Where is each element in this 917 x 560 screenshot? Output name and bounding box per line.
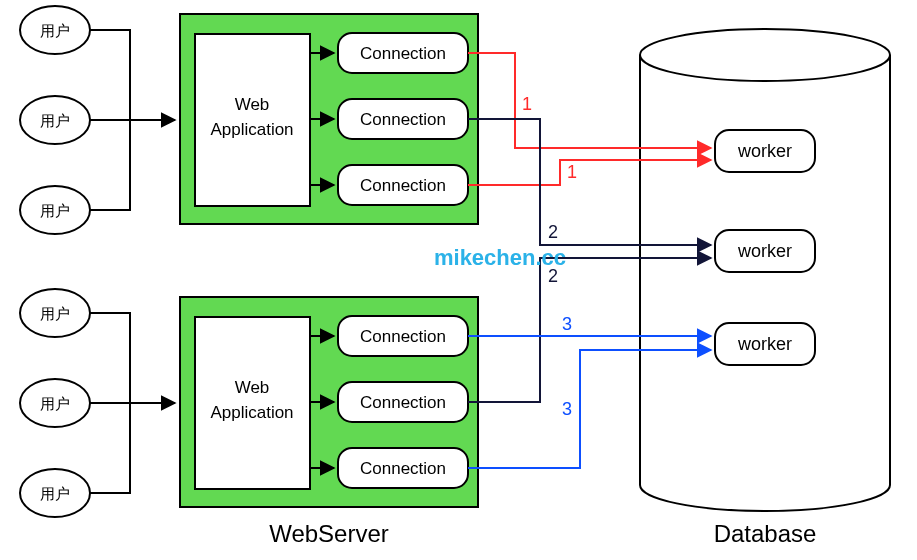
worker-label: worker — [737, 241, 792, 261]
user-to-webserver-links — [90, 30, 175, 210]
connection-node: Connection — [338, 316, 468, 356]
link-label: 3 — [562, 314, 572, 334]
connection-label: Connection — [360, 176, 446, 195]
user-node: 用户 — [20, 379, 90, 427]
database-cylinder: worker worker worker — [640, 29, 890, 511]
worker-node: worker — [715, 323, 815, 365]
connection-label: Connection — [360, 327, 446, 346]
connection-node: Connection — [338, 165, 468, 205]
connection-label: Connection — [360, 44, 446, 63]
connection-label: Connection — [360, 110, 446, 129]
connection-node: Connection — [338, 448, 468, 488]
connection-node: Connection — [338, 382, 468, 422]
link-label: 1 — [522, 94, 532, 114]
connection-label: Connection — [360, 393, 446, 412]
user-node: 用户 — [20, 6, 90, 54]
user-label: 用户 — [40, 395, 70, 412]
worker-label: worker — [737, 141, 792, 161]
connection-node: Connection — [338, 99, 468, 139]
worker-node: worker — [715, 230, 815, 272]
user-node: 用户 — [20, 289, 90, 337]
database-caption: Database — [714, 520, 817, 547]
user-label: 用户 — [40, 485, 70, 502]
user-node: 用户 — [20, 186, 90, 234]
webserver-box: Web Application Connection Connection Co… — [180, 14, 478, 224]
user-label: 用户 — [40, 22, 70, 39]
worker-node: worker — [715, 130, 815, 172]
user-label: 用户 — [40, 112, 70, 129]
webserver-caption: WebServer — [269, 520, 389, 547]
user-node: 用户 — [20, 96, 90, 144]
link-label: 1 — [567, 162, 577, 182]
web-app-label: Application — [210, 403, 293, 422]
svg-point-14 — [640, 29, 890, 81]
user-to-webserver-links — [90, 313, 175, 493]
user-node: 用户 — [20, 469, 90, 517]
worker-label: worker — [737, 334, 792, 354]
connection-label: Connection — [360, 459, 446, 478]
link-label: 2 — [548, 222, 558, 242]
web-app-label: Web — [235, 95, 270, 114]
web-app-label: Application — [210, 120, 293, 139]
connection-node: Connection — [338, 33, 468, 73]
link-label: 3 — [562, 399, 572, 419]
user-label: 用户 — [40, 202, 70, 219]
web-app-label: Web — [235, 378, 270, 397]
watermark: mikechen.cc — [434, 245, 566, 270]
webserver-box: Web Application Connection Connection Co… — [180, 297, 478, 507]
user-label: 用户 — [40, 305, 70, 322]
